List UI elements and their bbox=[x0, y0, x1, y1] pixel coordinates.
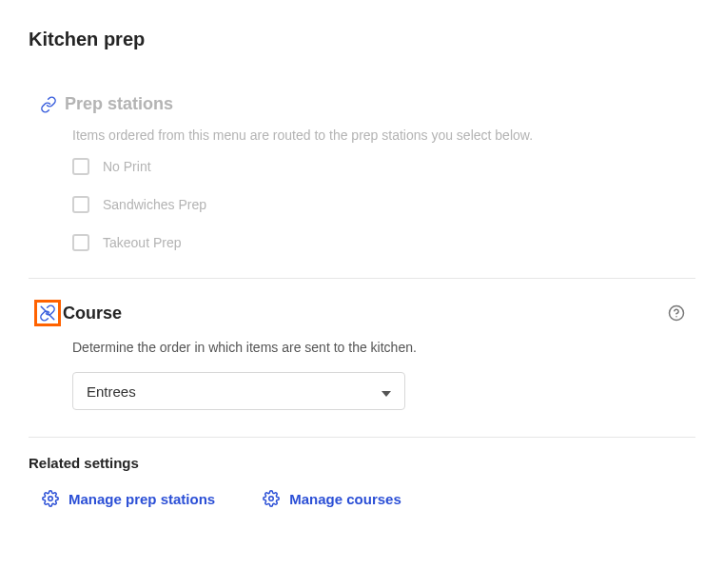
page-title: Kitchen prep bbox=[29, 29, 695, 50]
prep-stations-options: No Print Sandwiches Prep Takeout Prep bbox=[72, 158, 695, 251]
prep-stations-section: Prep stations Items ordered from this me… bbox=[29, 77, 695, 278]
broken-link-icon bbox=[39, 304, 56, 322]
prep-stations-description: Items ordered from this menu are routed … bbox=[72, 127, 695, 143]
prep-stations-title: Prep stations bbox=[65, 94, 173, 114]
manage-prep-stations-link[interactable]: Manage prep stations bbox=[42, 490, 215, 507]
checkbox-icon bbox=[72, 196, 89, 213]
checkbox-label: Sandwiches Prep bbox=[103, 197, 206, 212]
course-select[interactable]: Entrees bbox=[72, 372, 405, 410]
svg-point-4 bbox=[269, 497, 274, 501]
checkbox-label: No Print bbox=[103, 159, 151, 174]
checkbox-label: Takeout Prep bbox=[103, 235, 182, 250]
manage-courses-label: Manage courses bbox=[289, 491, 401, 507]
course-section: Course Determine the order in which item… bbox=[29, 279, 695, 437]
link-icon bbox=[40, 96, 57, 113]
checkbox-sandwiches-prep[interactable]: Sandwiches Prep bbox=[72, 196, 695, 213]
svg-point-3 bbox=[49, 497, 53, 501]
manage-courses-link[interactable]: Manage courses bbox=[263, 490, 401, 507]
checkbox-icon bbox=[72, 158, 89, 175]
broken-link-highlight bbox=[34, 300, 61, 326]
course-description: Determine the order in which items are s… bbox=[72, 340, 695, 355]
checkbox-no-print[interactable]: No Print bbox=[72, 158, 695, 175]
course-selected-value: Entrees bbox=[87, 383, 136, 400]
gear-icon bbox=[263, 490, 280, 507]
help-icon[interactable] bbox=[667, 304, 686, 323]
gear-icon bbox=[42, 490, 59, 507]
checkbox-takeout-prep[interactable]: Takeout Prep bbox=[72, 234, 695, 251]
course-title: Course bbox=[63, 304, 122, 323]
checkbox-icon bbox=[72, 234, 89, 251]
related-settings-heading: Related settings bbox=[29, 455, 695, 471]
related-settings-section: Related settings Manage prep stations Ma… bbox=[29, 438, 695, 524]
caret-down-icon bbox=[382, 383, 391, 400]
manage-prep-stations-label: Manage prep stations bbox=[68, 491, 215, 507]
